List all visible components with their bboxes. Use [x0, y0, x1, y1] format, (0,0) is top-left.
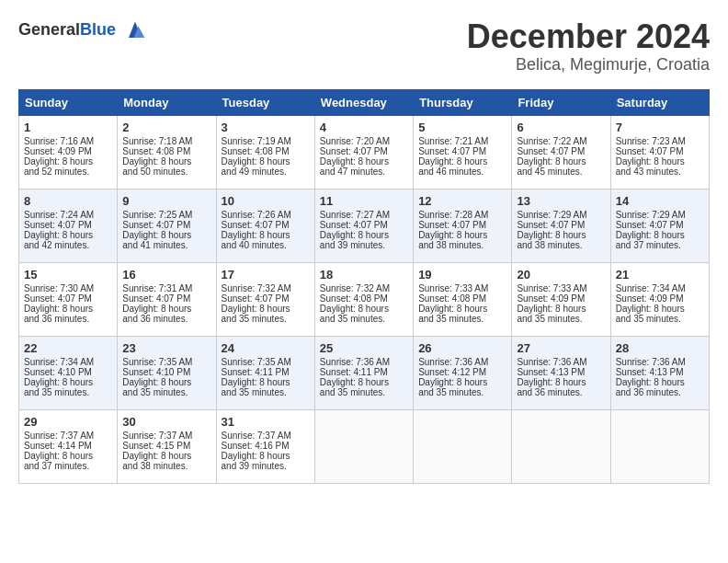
daylight-text: Daylight: 8 hoursand 35 minutes.	[418, 304, 506, 324]
col-monday: Monday	[118, 89, 216, 115]
table-row	[414, 409, 512, 483]
sunrise-text: Sunrise: 7:24 AM	[24, 210, 112, 220]
table-row: 21Sunrise: 7:34 AMSunset: 4:09 PMDayligh…	[610, 262, 709, 336]
table-row: 13Sunrise: 7:29 AMSunset: 4:07 PMDayligh…	[512, 189, 610, 262]
day-number: 5	[418, 121, 506, 134]
sunset-text: Sunset: 4:07 PM	[616, 220, 704, 230]
sunset-text: Sunset: 4:07 PM	[24, 220, 112, 230]
sunrise-text: Sunrise: 7:37 AM	[122, 431, 210, 441]
sunrise-text: Sunrise: 7:37 AM	[222, 431, 310, 441]
sunrise-text: Sunrise: 7:16 AM	[24, 136, 112, 146]
day-number: 21	[616, 268, 704, 282]
table-row: 23Sunrise: 7:35 AMSunset: 4:10 PMDayligh…	[118, 336, 216, 409]
sunrise-text: Sunrise: 7:25 AM	[122, 210, 210, 220]
sunset-text: Sunset: 4:07 PM	[320, 146, 408, 156]
sunrise-text: Sunrise: 7:36 AM	[418, 357, 506, 367]
calendar-week-row: 29Sunrise: 7:37 AMSunset: 4:14 PMDayligh…	[19, 409, 710, 483]
sunrise-text: Sunrise: 7:35 AM	[222, 357, 310, 367]
daylight-text: Daylight: 8 hoursand 36 minutes.	[517, 377, 605, 397]
daylight-text: Daylight: 8 hoursand 47 minutes.	[320, 156, 408, 177]
sunset-text: Sunset: 4:07 PM	[222, 220, 310, 230]
table-row: 9Sunrise: 7:25 AMSunset: 4:07 PMDaylight…	[118, 189, 216, 262]
table-row	[512, 409, 610, 483]
sunrise-text: Sunrise: 7:18 AM	[122, 136, 210, 146]
header: GeneralBlue December 2024 Belica, Megimu…	[18, 18, 710, 75]
day-number: 1	[24, 121, 112, 134]
sunset-text: Sunset: 4:07 PM	[320, 220, 408, 230]
logo-general: General	[18, 20, 80, 39]
table-row: 17Sunrise: 7:32 AMSunset: 4:07 PMDayligh…	[216, 262, 314, 336]
table-row: 11Sunrise: 7:27 AMSunset: 4:07 PMDayligh…	[314, 189, 413, 262]
sunset-text: Sunset: 4:07 PM	[418, 146, 506, 156]
sunrise-text: Sunrise: 7:22 AM	[517, 136, 605, 146]
day-number: 4	[320, 121, 408, 134]
day-number: 28	[616, 341, 704, 355]
table-row: 4Sunrise: 7:20 AMSunset: 4:07 PMDaylight…	[314, 115, 413, 189]
sunrise-text: Sunrise: 7:30 AM	[24, 283, 112, 293]
table-row	[314, 409, 413, 483]
sunrise-text: Sunrise: 7:34 AM	[24, 357, 112, 367]
sunrise-text: Sunrise: 7:33 AM	[418, 283, 506, 293]
col-tuesday: Tuesday	[216, 89, 314, 115]
calendar-table: Sunday Monday Tuesday Wednesday Thursday…	[18, 89, 710, 484]
table-row: 15Sunrise: 7:30 AMSunset: 4:07 PMDayligh…	[19, 262, 118, 336]
sunrise-text: Sunrise: 7:32 AM	[320, 283, 408, 293]
sunset-text: Sunset: 4:11 PM	[222, 367, 310, 377]
day-number: 26	[418, 341, 506, 355]
sunrise-text: Sunrise: 7:27 AM	[320, 210, 408, 220]
daylight-text: Daylight: 8 hoursand 46 minutes.	[418, 156, 506, 177]
day-number: 10	[222, 194, 310, 208]
daylight-text: Daylight: 8 hoursand 36 minutes.	[122, 304, 210, 324]
col-saturday: Saturday	[610, 89, 709, 115]
day-number: 29	[24, 415, 112, 429]
sunrise-text: Sunrise: 7:29 AM	[616, 210, 704, 220]
daylight-text: Daylight: 8 hoursand 35 minutes.	[320, 304, 408, 324]
sunset-text: Sunset: 4:10 PM	[24, 367, 112, 377]
day-number: 30	[122, 415, 210, 429]
table-row: 22Sunrise: 7:34 AMSunset: 4:10 PMDayligh…	[19, 336, 118, 409]
day-number: 2	[122, 121, 210, 134]
sunset-text: Sunset: 4:11 PM	[320, 367, 408, 377]
day-number: 17	[222, 268, 310, 282]
table-row: 16Sunrise: 7:31 AMSunset: 4:07 PMDayligh…	[118, 262, 216, 336]
day-number: 31	[222, 415, 310, 429]
col-sunday: Sunday	[19, 89, 118, 115]
day-number: 15	[24, 268, 112, 282]
day-number: 27	[517, 341, 605, 355]
calendar-week-row: 15Sunrise: 7:30 AMSunset: 4:07 PMDayligh…	[19, 262, 710, 336]
daylight-text: Daylight: 8 hoursand 36 minutes.	[616, 377, 704, 397]
table-row: 30Sunrise: 7:37 AMSunset: 4:15 PMDayligh…	[118, 409, 216, 483]
day-number: 18	[320, 268, 408, 282]
daylight-text: Daylight: 8 hoursand 35 minutes.	[517, 304, 605, 324]
day-number: 24	[222, 341, 310, 355]
daylight-text: Daylight: 8 hoursand 43 minutes.	[616, 156, 704, 177]
month-title: December 2024	[467, 18, 710, 55]
sunrise-text: Sunrise: 7:21 AM	[418, 136, 506, 146]
sunset-text: Sunset: 4:07 PM	[24, 293, 112, 304]
logo-blue: Blue	[80, 20, 116, 39]
daylight-text: Daylight: 8 hoursand 42 minutes.	[24, 230, 112, 250]
day-number: 9	[122, 194, 210, 208]
sunset-text: Sunset: 4:07 PM	[122, 293, 210, 304]
sunset-text: Sunset: 4:07 PM	[517, 220, 605, 230]
day-number: 16	[122, 268, 210, 282]
day-number: 20	[517, 268, 605, 282]
sunset-text: Sunset: 4:07 PM	[616, 146, 704, 156]
daylight-text: Daylight: 8 hoursand 35 minutes.	[122, 377, 210, 397]
sunrise-text: Sunrise: 7:36 AM	[616, 357, 704, 367]
daylight-text: Daylight: 8 hoursand 39 minutes.	[222, 451, 310, 471]
table-row: 24Sunrise: 7:35 AMSunset: 4:11 PMDayligh…	[216, 336, 314, 409]
sunset-text: Sunset: 4:07 PM	[517, 146, 605, 156]
daylight-text: Daylight: 8 hoursand 35 minutes.	[320, 377, 408, 397]
sunset-text: Sunset: 4:13 PM	[517, 367, 605, 377]
table-row: 31Sunrise: 7:37 AMSunset: 4:16 PMDayligh…	[216, 409, 314, 483]
table-row: 1Sunrise: 7:16 AMSunset: 4:09 PMDaylight…	[19, 115, 118, 189]
daylight-text: Daylight: 8 hoursand 52 minutes.	[24, 156, 112, 177]
calendar-header-row: Sunday Monday Tuesday Wednesday Thursday…	[19, 89, 710, 115]
sunset-text: Sunset: 4:09 PM	[24, 146, 112, 156]
sunrise-text: Sunrise: 7:29 AM	[517, 210, 605, 220]
day-number: 14	[616, 194, 704, 208]
table-row: 10Sunrise: 7:26 AMSunset: 4:07 PMDayligh…	[216, 189, 314, 262]
sunrise-text: Sunrise: 7:36 AM	[517, 357, 605, 367]
sunset-text: Sunset: 4:08 PM	[418, 293, 506, 304]
